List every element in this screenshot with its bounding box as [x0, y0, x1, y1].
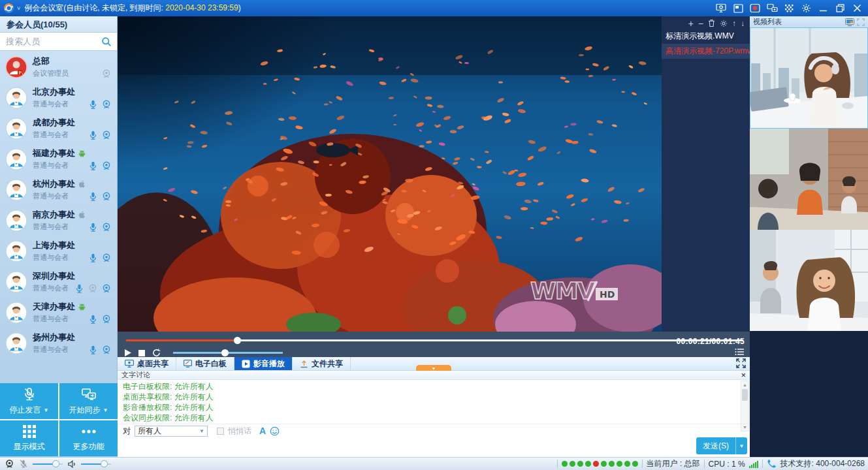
send-button[interactable]: 发送(S) ▼	[696, 437, 747, 454]
seek-bar[interactable]	[126, 339, 743, 341]
participant-name: 成都办事处	[33, 117, 75, 129]
tab-电子白板[interactable]: 电子白板	[176, 357, 234, 370]
add-icon[interactable]: +	[688, 20, 694, 27]
mic-icon[interactable]	[88, 222, 98, 232]
seek-handle[interactable]	[234, 337, 241, 344]
current-user: 当前用户 : 总部	[647, 458, 700, 469]
participant-row[interactable]: 福建办事处普通与会者	[0, 144, 117, 174]
tab-桌面共享[interactable]: 桌面共享	[118, 357, 176, 370]
dither-grid-icon[interactable]	[780, 1, 797, 16]
chevron-down-icon[interactable]: ▼	[44, 407, 49, 413]
mic-icon[interactable]	[88, 161, 98, 171]
play-icon[interactable]	[124, 349, 131, 356]
playlist-item[interactable]: 标清演示视频.WMV	[662, 29, 750, 44]
participant-info: 杭州办事处普通与会者	[27, 178, 88, 201]
participant-row[interactable]: 上海办事处普通与会者	[0, 236, 117, 266]
chevron-down-icon[interactable]: ˅	[17, 5, 20, 12]
video-thumbnail-1[interactable]	[750, 27, 868, 129]
mic-icon[interactable]	[88, 345, 98, 355]
speaker-volume-slider[interactable]	[81, 463, 111, 465]
whisper-label: 悄悄话	[228, 426, 251, 437]
sidebar-button-开始同步[interactable]: 开始同步▼	[59, 383, 118, 419]
font-icon[interactable]: A	[259, 426, 266, 436]
participant-row[interactable]: 杭州办事处普通与会者	[0, 174, 117, 205]
webcam-gray-icon[interactable]	[88, 283, 98, 294]
tab-label: 影音播放	[253, 358, 285, 369]
participant-row[interactable]: 南京办事处普通与会者	[0, 205, 117, 236]
replay-icon[interactable]	[152, 349, 161, 357]
tab-影音播放[interactable]: 影音播放	[234, 357, 293, 370]
sidebar-button-更多功能[interactable]: 更多功能	[59, 420, 118, 456]
webcam-icon[interactable]	[101, 253, 112, 263]
sidebar-button-显示模式[interactable]: 显示模式	[0, 420, 58, 456]
webcam-icon[interactable]	[101, 345, 112, 355]
move-down-icon[interactable]: ↓	[741, 19, 745, 28]
webcam-icon[interactable]	[101, 130, 112, 140]
webcam-gray-icon[interactable]	[101, 69, 112, 79]
video-thumbnail-3[interactable]	[750, 230, 868, 331]
chat-message: 影音播放权限: 允许所有人	[123, 402, 735, 413]
video-thumbnail-2[interactable]	[750, 129, 868, 230]
webcam-icon[interactable]	[101, 222, 112, 232]
record-icon[interactable]	[747, 1, 764, 16]
tab-label: 桌面共享	[137, 358, 169, 369]
playlist-toggle-icon[interactable]	[735, 348, 745, 356]
participant-row[interactable]: 深圳办事处普通与会者	[0, 266, 117, 297]
webcam-icon[interactable]	[101, 314, 112, 324]
search-icon[interactable]	[101, 37, 112, 47]
gear-icon[interactable]	[720, 20, 728, 27]
message-input[interactable]	[118, 437, 750, 457]
settings-gear-icon[interactable]	[797, 1, 814, 16]
move-up-icon[interactable]: ↑	[732, 19, 736, 28]
participant-row[interactable]: 北京办事处普通与会者	[0, 82, 117, 113]
chat-message: 电子白板权限: 允许所有人	[123, 381, 735, 392]
participant-row[interactable]: P总部会议管理员	[0, 52, 117, 82]
speaker-icon[interactable]	[67, 460, 76, 469]
emoji-icon[interactable]	[270, 426, 280, 436]
volume-handle[interactable]	[221, 349, 229, 356]
screen-share-icon[interactable]	[713, 1, 730, 16]
tab-文件共享[interactable]: 文件共享	[293, 357, 351, 370]
mic-icon[interactable]	[88, 253, 98, 263]
speaker-volume-handle[interactable]	[101, 460, 108, 467]
net-transfer-icon[interactable]	[764, 1, 780, 16]
playlist-item[interactable]: 高清演示视频-720P.wmv删除	[662, 44, 750, 59]
scroll-thumb[interactable]	[742, 389, 748, 401]
monitor-color-icon[interactable]	[845, 18, 854, 26]
mic-icon[interactable]	[74, 283, 84, 294]
mic-muted-icon[interactable]	[19, 459, 28, 469]
mic-icon[interactable]	[88, 99, 98, 110]
mic-icon[interactable]	[88, 130, 98, 140]
volume-slider[interactable]	[173, 352, 283, 354]
stop-icon[interactable]	[138, 350, 145, 356]
participant-row[interactable]: 扬州办事处普通与会者	[0, 328, 117, 358]
participant-row[interactable]: 天津办事处普通与会者	[0, 297, 117, 328]
webcam-icon[interactable]	[101, 161, 112, 171]
close-icon[interactable]	[848, 1, 865, 16]
chevron-down-icon[interactable]: ▼	[103, 407, 108, 413]
webcam-icon[interactable]	[101, 283, 112, 294]
close-icon[interactable]: ×	[741, 372, 746, 379]
mic-volume-handle[interactable]	[52, 460, 59, 467]
mic-icon[interactable]	[88, 191, 98, 202]
window-mode-icon[interactable]	[730, 1, 747, 16]
video-stage[interactable]: WMV HD	[118, 16, 662, 332]
scroll-up-icon[interactable]: ▲	[741, 381, 748, 388]
webcam-icon[interactable]	[101, 191, 112, 202]
recipient-select[interactable]: 所有人▼	[135, 426, 208, 437]
mic-icon[interactable]	[88, 314, 98, 324]
participant-row[interactable]: 成都办事处普通与会者	[0, 113, 117, 144]
minimize-icon[interactable]	[814, 1, 831, 16]
restore-icon[interactable]	[831, 1, 848, 16]
send-dropdown-icon[interactable]: ▼	[735, 437, 747, 454]
sidebar-button-停止发言[interactable]: 停止发言▼	[0, 383, 58, 419]
expand-icon[interactable]	[857, 18, 865, 26]
remove-icon[interactable]: −	[698, 20, 703, 27]
mic-volume-slider[interactable]	[33, 463, 63, 465]
trash-icon[interactable]	[708, 19, 715, 27]
search-input[interactable]	[0, 33, 117, 50]
webcam-icon[interactable]	[101, 99, 112, 110]
fullscreen-icon[interactable]	[736, 358, 746, 368]
whisper-checkbox[interactable]	[217, 428, 224, 435]
webcam-dark-icon[interactable]	[5, 459, 14, 469]
